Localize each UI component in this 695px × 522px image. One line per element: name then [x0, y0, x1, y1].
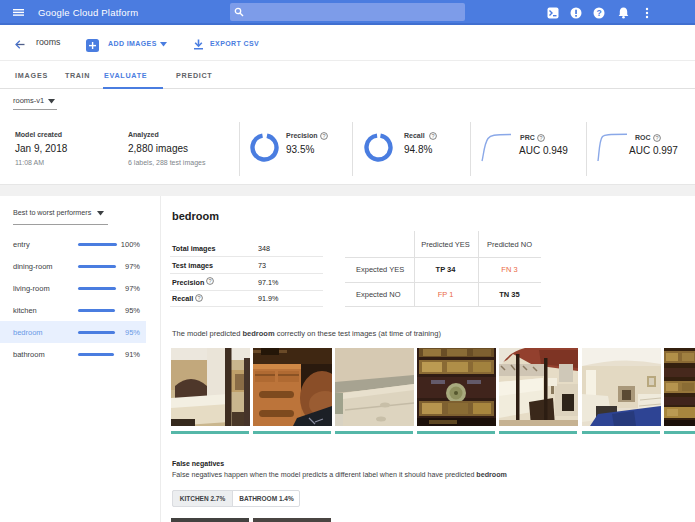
svg-text:?: ? [322, 133, 325, 139]
svg-text:?: ? [431, 133, 434, 139]
svg-text:?: ? [655, 135, 658, 141]
svg-text:?: ? [596, 8, 601, 18]
svg-text:?: ? [539, 135, 542, 141]
svg-text:?: ? [197, 295, 200, 301]
svg-text:?: ? [208, 278, 211, 284]
